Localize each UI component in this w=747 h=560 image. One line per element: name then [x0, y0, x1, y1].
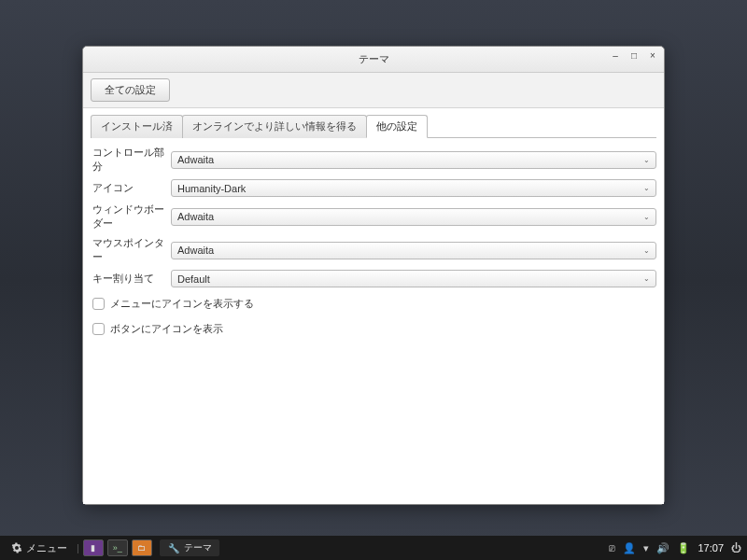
- keybind-row: キー割り当て Default ⌄: [91, 268, 656, 289]
- button-icons-label: ボタンにアイコンを表示: [110, 322, 223, 336]
- taskbar-left: メニュー | ▮ »_ 🗀 🔧 テーマ: [6, 539, 219, 557]
- icons-dropdown[interactable]: Humanity-Dark ⌄: [171, 179, 656, 197]
- icons-value: Humanity-Dark: [177, 183, 246, 194]
- pointer-value: Adwaita: [177, 245, 214, 256]
- files-launcher-icon[interactable]: 🗀: [132, 539, 152, 556]
- terminal2-launcher-icon[interactable]: »_: [107, 539, 128, 556]
- gear-icon: [11, 542, 22, 553]
- minimize-button[interactable]: –: [610, 50, 621, 61]
- menu-label: メニュー: [26, 541, 67, 555]
- settings-window: テーマ – □ × 全ての設定 インストール済 オンラインでより詳しい情報を得る…: [82, 46, 665, 505]
- task-theme-label: テーマ: [184, 541, 212, 554]
- keybind-value: Default: [177, 273, 210, 285]
- separator: |: [77, 542, 79, 553]
- volume-icon[interactable]: 🔊: [656, 542, 669, 554]
- clock[interactable]: 17:07: [698, 542, 724, 553]
- icons-label: アイコン: [91, 181, 171, 195]
- chevron-down-icon: ⌄: [643, 213, 650, 221]
- pointer-label: マウスポインター: [91, 236, 171, 264]
- pointer-dropdown[interactable]: Adwaita ⌄: [171, 242, 656, 259]
- content-area: インストール済 オンラインでより詳しい情報を得る 他の設定 コントロール部分 A…: [83, 108, 664, 504]
- pointer-row: マウスポインター Adwaita ⌄: [91, 234, 656, 266]
- border-label: ウィンドウボーダー: [91, 203, 171, 231]
- menu-icons-row: メニューにアイコンを表示する: [91, 291, 656, 316]
- chevron-down-icon: ⌄: [643, 184, 650, 192]
- toolbar: 全ての設定: [83, 73, 664, 108]
- controls-dropdown[interactable]: Adwaita ⌄: [171, 151, 656, 169]
- network-icon[interactable]: ▾: [643, 542, 649, 554]
- tabs: インストール済 オンラインでより詳しい情報を得る 他の設定: [91, 114, 656, 138]
- border-dropdown[interactable]: Adwaita ⌄: [171, 208, 656, 226]
- keybind-label: キー割り当て: [91, 272, 171, 286]
- task-theme[interactable]: 🔧 テーマ: [160, 539, 219, 556]
- session-icon[interactable]: ⏻: [731, 542, 741, 553]
- button-icons-row: ボタンにアイコンを表示: [91, 316, 656, 342]
- icons-row: アイコン Humanity-Dark ⌄: [91, 177, 656, 199]
- button-icons-checkbox[interactable]: [92, 323, 105, 335]
- workspace-icon[interactable]: ⎚: [609, 542, 615, 553]
- taskbar: メニュー | ▮ »_ 🗀 🔧 テーマ ⎚ 👤 ▾ 🔊 🔋 17:07 ⏻: [0, 536, 747, 560]
- battery-icon[interactable]: 🔋: [677, 542, 690, 554]
- tab-installed[interactable]: インストール済: [91, 115, 183, 138]
- close-button[interactable]: ×: [647, 50, 658, 61]
- taskbar-right: ⎚ 👤 ▾ 🔊 🔋 17:07 ⏻: [609, 542, 741, 554]
- maximize-button[interactable]: □: [628, 50, 640, 61]
- menu-icons-checkbox[interactable]: [92, 298, 105, 310]
- controls-row: コントロール部分 Adwaita ⌄: [91, 144, 656, 175]
- titlebar[interactable]: テーマ – □ ×: [83, 47, 664, 73]
- start-menu-button[interactable]: メニュー: [6, 539, 73, 557]
- window-controls: – □ ×: [610, 50, 658, 61]
- tab-online[interactable]: オンラインでより詳しい情報を得る: [182, 115, 367, 138]
- chevron-down-icon: ⌄: [643, 246, 650, 255]
- border-row: ウィンドウボーダー Adwaita ⌄: [91, 201, 656, 232]
- menu-icons-label: メニューにアイコンを表示する: [110, 297, 254, 311]
- controls-label: コントロール部分: [91, 146, 171, 174]
- window-title: テーマ: [359, 52, 389, 66]
- controls-value: Adwaita: [177, 154, 214, 165]
- terminal-launcher-icon[interactable]: ▮: [83, 539, 104, 556]
- settings-grid: コントロール部分 Adwaita ⌄ アイコン Humanity-Dark ⌄ …: [91, 138, 656, 347]
- user-icon[interactable]: 👤: [623, 542, 636, 554]
- wrench-icon: 🔧: [167, 541, 180, 554]
- chevron-down-icon: ⌄: [643, 274, 650, 283]
- chevron-down-icon: ⌄: [643, 156, 650, 164]
- border-value: Adwaita: [177, 211, 214, 222]
- keybind-dropdown[interactable]: Default ⌄: [171, 270, 656, 287]
- all-settings-button[interactable]: 全ての設定: [91, 78, 170, 102]
- tab-other-settings[interactable]: 他の設定: [366, 115, 428, 138]
